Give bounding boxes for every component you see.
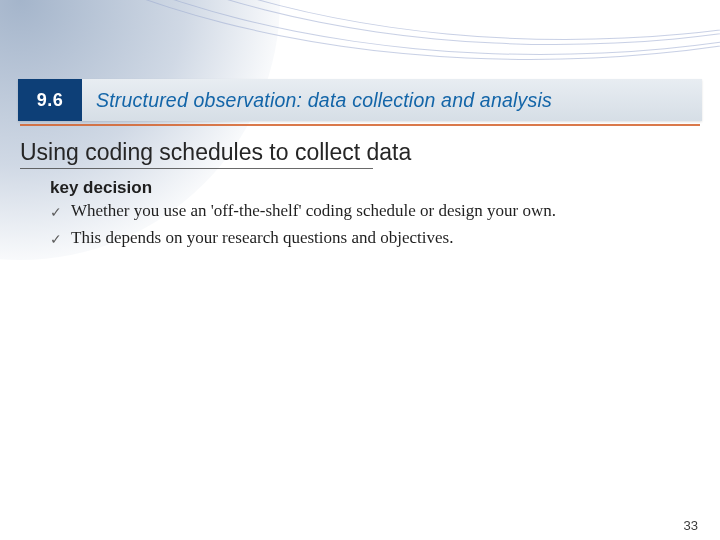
- list-item: ✓ Whether you use an 'off-the-shelf' cod…: [50, 200, 690, 223]
- divider-line: [20, 124, 700, 126]
- list-item: ✓ This depends on your research question…: [50, 227, 690, 250]
- section-number: 9.6: [18, 79, 82, 121]
- subheading: key decision: [50, 178, 152, 198]
- list-item-text: Whether you use an 'off-the-shelf' codin…: [71, 200, 556, 223]
- list-item-text: This depends on your research questions …: [71, 227, 453, 250]
- slide-heading: Using coding schedules to collect data: [20, 139, 411, 166]
- heading-underline: [20, 168, 373, 169]
- checkmark-icon: ✓: [50, 204, 62, 223]
- bullet-list: ✓ Whether you use an 'off-the-shelf' cod…: [50, 200, 690, 254]
- section-banner: 9.6 Structured observation: data collect…: [18, 79, 702, 121]
- page-number: 33: [684, 518, 698, 533]
- checkmark-icon: ✓: [50, 231, 62, 250]
- section-title: Structured observation: data collection …: [82, 79, 702, 121]
